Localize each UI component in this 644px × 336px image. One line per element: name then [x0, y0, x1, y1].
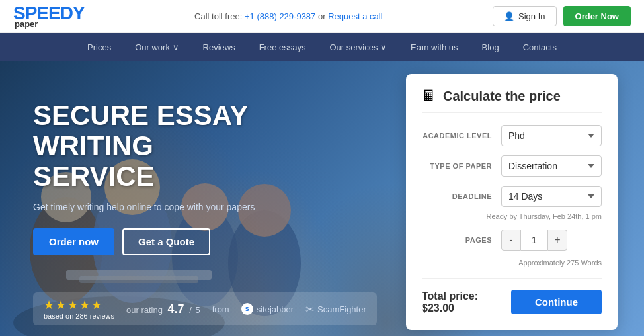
- phone-link[interactable]: +1 (888) 229-9387: [245, 11, 315, 21]
- pages-plus-button[interactable]: +: [547, 230, 567, 251]
- words-hint: Approximately 275 Words: [518, 259, 602, 267]
- nav-free-essays[interactable]: Free essays: [247, 33, 318, 61]
- rating-label: based on 286 reviews: [44, 312, 114, 320]
- deadline-hint-row: Ready by Thursday, Feb 24th, 1 pm: [422, 210, 602, 222]
- academic-level-select[interactable]: Phd High School College Undergraduate Ma…: [501, 125, 602, 146]
- deadline-label: DEADLINE: [422, 192, 501, 200]
- hero-title: SECURE ESSAY WRITING SERVICE: [33, 101, 337, 192]
- svg-rect-10: [66, 270, 212, 280]
- total-label: Total price:: [422, 290, 478, 302]
- stars: ★★★★★: [44, 298, 114, 312]
- sitejabber-badge: S sitejabber: [241, 303, 294, 315]
- scamfighter-icon: ✂: [305, 303, 314, 315]
- or-label: or: [318, 11, 326, 21]
- hero-buttons: Order now Get a Quote: [33, 228, 337, 255]
- signin-label: Sign In: [518, 11, 545, 21]
- deadline-row: DEADLINE 14 Days 3 Hours 6 Hours 12 Hour…: [422, 186, 602, 207]
- nav-reviews[interactable]: Reviews: [191, 33, 247, 61]
- academic-level-row: ACADEMIC LEVEL Phd High School College U…: [422, 125, 602, 146]
- rating-bar: ★★★★★ based on 286 reviews our rating 4.…: [33, 292, 377, 325]
- calc-header: 🖩 Calculate the price: [422, 87, 602, 113]
- hero-title-line2: SERVICE: [33, 161, 337, 192]
- scamfighter-badge: ✂ ScamFighter: [305, 303, 366, 315]
- rating-total: 5: [195, 305, 200, 315]
- scamfighter-label: ScamFighter: [317, 304, 366, 314]
- calculator-icon: 🖩: [422, 87, 436, 105]
- signin-button[interactable]: 👤 Sign In: [493, 6, 556, 26]
- hero-section: SECURE ESSAY WRITING SERVICE Get timely …: [0, 61, 644, 336]
- academic-level-label: ACADEMIC LEVEL: [422, 132, 501, 140]
- order-now-button[interactable]: Order Now: [563, 6, 631, 26]
- stars-container: ★★★★★ based on 286 reviews: [44, 298, 114, 320]
- deadline-hint: Ready by Thursday, Feb 24th, 1 pm: [487, 212, 602, 220]
- total-price-display: Total price: $23.00: [422, 290, 511, 314]
- logo-sub: paper: [15, 20, 85, 28]
- nav-earn[interactable]: Earn with us: [399, 33, 470, 61]
- sitejabber-icon: S: [241, 303, 253, 315]
- nav-our-work[interactable]: Our work ∨: [123, 33, 190, 61]
- price-calculator: 🖩 Calculate the price ACADEMIC LEVEL Phd…: [406, 74, 618, 330]
- pages-input[interactable]: [521, 230, 547, 251]
- continue-button[interactable]: Continue: [511, 290, 602, 314]
- sitejabber-label: sitejabber: [257, 304, 294, 314]
- call-label: Call toll free:: [194, 11, 242, 21]
- hero-content: SECURE ESSAY WRITING SERVICE Get timely …: [33, 101, 337, 255]
- rating-sep: /: [189, 305, 192, 315]
- pages-minus-button[interactable]: -: [501, 230, 521, 251]
- hero-order-button[interactable]: Order now: [33, 228, 114, 255]
- paper-type-select[interactable]: Dissertation Essay Research Paper Thesis…: [501, 155, 602, 177]
- pages-label: PAGES: [422, 236, 501, 244]
- nav-our-services[interactable]: Our services ∨: [317, 33, 399, 61]
- pages-row: PAGES - +: [422, 230, 602, 251]
- deadline-select[interactable]: 14 Days 3 Hours 6 Hours 12 Hours 24 Hour…: [501, 186, 602, 207]
- total-price: Total price: $23.00: [422, 290, 478, 314]
- nav-contacts[interactable]: Contacts: [511, 33, 569, 61]
- nav-blog[interactable]: Blog: [470, 33, 511, 61]
- from-label: from: [212, 304, 229, 314]
- rating-text: our rating: [126, 305, 163, 315]
- user-icon: 👤: [504, 11, 514, 21]
- rating-score: our rating 4.7 / 5: [126, 302, 200, 316]
- hero-subtitle: Get timely writing help online to cope w…: [33, 202, 337, 212]
- paper-type-row: TYPE OF PAPER Dissertation Essay Researc…: [422, 155, 602, 177]
- total-amount: $23.00: [422, 302, 454, 314]
- request-call-link[interactable]: Request a call: [328, 11, 382, 21]
- rating-from: from: [212, 304, 229, 314]
- calc-footer: Total price: $23.00 Continue: [422, 278, 602, 314]
- top-right-actions: 👤 Sign In Order Now: [493, 6, 631, 26]
- rating-number: 4.7: [168, 302, 184, 315]
- pages-control: - +: [501, 230, 567, 251]
- calc-title: Calculate the price: [443, 89, 561, 104]
- paper-type-label: TYPE OF PAPER: [422, 162, 501, 170]
- words-hint-row: Approximately 275 Words: [422, 256, 602, 268]
- logo: SPEEDY paper: [13, 4, 85, 28]
- nav-bar: Prices Our work ∨ Reviews Free essays Ou…: [0, 33, 644, 61]
- nav-prices[interactable]: Prices: [75, 33, 123, 61]
- top-bar: SPEEDY paper Call toll free: +1 (888) 22…: [0, 0, 644, 33]
- hero-quote-button[interactable]: Get a Quote: [122, 228, 210, 255]
- contact-info: Call toll free: +1 (888) 229-9387 or Req…: [194, 11, 382, 21]
- hero-title-line1: SECURE ESSAY WRITING: [33, 101, 337, 161]
